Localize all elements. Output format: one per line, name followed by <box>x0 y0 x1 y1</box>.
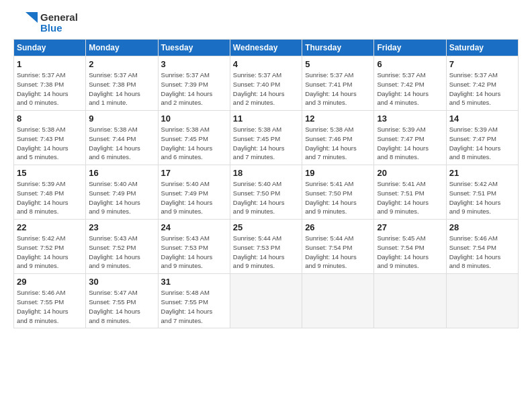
day-info: Sunrise: 5:39 AMSunset: 7:47 PMDaylight:… <box>449 125 515 162</box>
day-info: Sunrise: 5:38 AMSunset: 7:45 PMDaylight:… <box>233 125 299 162</box>
table-row: 5Sunrise: 5:37 AMSunset: 7:41 PMDaylight… <box>302 56 374 111</box>
table-row: 4Sunrise: 5:37 AMSunset: 7:40 PMDaylight… <box>230 56 302 111</box>
calendar-week-3: 22Sunrise: 5:42 AMSunset: 7:52 PMDayligh… <box>14 220 519 274</box>
day-info: Sunrise: 5:44 AMSunset: 7:53 PMDaylight:… <box>233 234 299 271</box>
day-info: Sunrise: 5:41 AMSunset: 7:50 PMDaylight:… <box>305 179 371 216</box>
day-number: 2 <box>89 59 154 69</box>
day-number: 9 <box>89 113 154 124</box>
table-row: 25Sunrise: 5:44 AMSunset: 7:53 PMDayligh… <box>230 220 302 274</box>
table-row <box>230 274 302 328</box>
weekday-header-friday: Friday <box>374 40 446 56</box>
weekday-header-thursday: Thursday <box>302 40 374 56</box>
day-number: 28 <box>449 222 515 232</box>
day-info: Sunrise: 5:44 AMSunset: 7:54 PMDaylight:… <box>305 234 371 271</box>
day-number: 12 <box>305 113 371 124</box>
day-number: 21 <box>449 168 515 178</box>
calendar-table: SundayMondayTuesdayWednesdayThursdayFrid… <box>13 39 519 328</box>
calendar-week-1: 8Sunrise: 5:38 AMSunset: 7:43 PMDaylight… <box>14 111 519 165</box>
day-number: 17 <box>161 168 227 178</box>
table-row: 12Sunrise: 5:38 AMSunset: 7:46 PMDayligh… <box>302 111 374 165</box>
calendar-week-2: 15Sunrise: 5:39 AMSunset: 7:48 PMDayligh… <box>14 165 519 220</box>
day-number: 20 <box>377 168 443 178</box>
logo-icon <box>13 11 38 35</box>
table-row <box>374 274 446 328</box>
table-row: 7Sunrise: 5:37 AMSunset: 7:42 PMDaylight… <box>446 56 518 111</box>
day-info: Sunrise: 5:43 AMSunset: 7:53 PMDaylight:… <box>161 234 227 271</box>
day-info: Sunrise: 5:42 AMSunset: 7:51 PMDaylight:… <box>449 179 515 216</box>
svg-marker-0 <box>26 12 38 23</box>
day-info: Sunrise: 5:48 AMSunset: 7:55 PMDaylight:… <box>161 288 227 325</box>
day-number: 8 <box>17 113 83 124</box>
table-row: 21Sunrise: 5:42 AMSunset: 7:51 PMDayligh… <box>446 165 518 220</box>
day-info: Sunrise: 5:37 AMSunset: 7:42 PMDaylight:… <box>377 71 443 107</box>
day-number: 18 <box>233 168 299 178</box>
day-info: Sunrise: 5:40 AMSunset: 7:49 PMDaylight:… <box>89 179 154 216</box>
day-number: 23 <box>89 222 154 232</box>
table-row: 29Sunrise: 5:46 AMSunset: 7:55 PMDayligh… <box>14 274 86 328</box>
day-number: 30 <box>89 277 154 287</box>
table-row: 16Sunrise: 5:40 AMSunset: 7:49 PMDayligh… <box>86 165 158 220</box>
calendar-week-4: 29Sunrise: 5:46 AMSunset: 7:55 PMDayligh… <box>14 274 519 328</box>
day-info: Sunrise: 5:38 AMSunset: 7:44 PMDaylight:… <box>89 125 154 162</box>
table-row: 28Sunrise: 5:46 AMSunset: 7:54 PMDayligh… <box>446 220 518 274</box>
day-number: 29 <box>17 277 83 287</box>
day-info: Sunrise: 5:40 AMSunset: 7:49 PMDaylight:… <box>161 179 227 216</box>
logo-general: General <box>40 12 78 24</box>
table-row: 30Sunrise: 5:47 AMSunset: 7:55 PMDayligh… <box>86 274 158 328</box>
logo: GeneralBlue <box>13 11 78 35</box>
header-row: SundayMondayTuesdayWednesdayThursdayFrid… <box>14 40 519 56</box>
day-info: Sunrise: 5:37 AMSunset: 7:42 PMDaylight:… <box>449 71 515 107</box>
day-info: Sunrise: 5:46 AMSunset: 7:55 PMDaylight:… <box>17 288 83 325</box>
table-row: 11Sunrise: 5:38 AMSunset: 7:45 PMDayligh… <box>230 111 302 165</box>
day-info: Sunrise: 5:37 AMSunset: 7:39 PMDaylight:… <box>161 71 227 107</box>
calendar-week-0: 1Sunrise: 5:37 AMSunset: 7:38 PMDaylight… <box>14 56 519 111</box>
day-info: Sunrise: 5:47 AMSunset: 7:55 PMDaylight:… <box>89 288 154 325</box>
day-info: Sunrise: 5:37 AMSunset: 7:38 PMDaylight:… <box>17 71 83 107</box>
weekday-header-sunday: Sunday <box>14 40 86 56</box>
day-number: 26 <box>305 222 371 232</box>
day-number: 3 <box>161 59 227 69</box>
table-row: 10Sunrise: 5:38 AMSunset: 7:45 PMDayligh… <box>158 111 230 165</box>
table-row: 15Sunrise: 5:39 AMSunset: 7:48 PMDayligh… <box>14 165 86 220</box>
day-number: 10 <box>161 113 227 124</box>
day-info: Sunrise: 5:37 AMSunset: 7:40 PMDaylight:… <box>233 71 299 107</box>
day-info: Sunrise: 5:39 AMSunset: 7:47 PMDaylight:… <box>377 125 443 162</box>
weekday-header-monday: Monday <box>86 40 158 56</box>
table-row: 17Sunrise: 5:40 AMSunset: 7:49 PMDayligh… <box>158 165 230 220</box>
table-row: 19Sunrise: 5:41 AMSunset: 7:50 PMDayligh… <box>302 165 374 220</box>
weekday-header-saturday: Saturday <box>446 40 518 56</box>
day-number: 1 <box>17 59 83 69</box>
table-row: 31Sunrise: 5:48 AMSunset: 7:55 PMDayligh… <box>158 274 230 328</box>
day-info: Sunrise: 5:38 AMSunset: 7:43 PMDaylight:… <box>17 125 83 162</box>
table-row: 18Sunrise: 5:40 AMSunset: 7:50 PMDayligh… <box>230 165 302 220</box>
day-number: 15 <box>17 168 83 178</box>
table-row: 1Sunrise: 5:37 AMSunset: 7:38 PMDaylight… <box>14 56 86 111</box>
day-info: Sunrise: 5:38 AMSunset: 7:46 PMDaylight:… <box>305 125 371 162</box>
table-row: 9Sunrise: 5:38 AMSunset: 7:44 PMDaylight… <box>86 111 158 165</box>
day-info: Sunrise: 5:43 AMSunset: 7:52 PMDaylight:… <box>89 234 154 271</box>
table-row: 22Sunrise: 5:42 AMSunset: 7:52 PMDayligh… <box>14 220 86 274</box>
day-number: 27 <box>377 222 443 232</box>
table-row <box>446 274 518 328</box>
table-row: 13Sunrise: 5:39 AMSunset: 7:47 PMDayligh… <box>374 111 446 165</box>
day-number: 16 <box>89 168 154 178</box>
weekday-header-wednesday: Wednesday <box>230 40 302 56</box>
day-info: Sunrise: 5:45 AMSunset: 7:54 PMDaylight:… <box>377 234 443 271</box>
day-info: Sunrise: 5:46 AMSunset: 7:54 PMDaylight:… <box>449 234 515 271</box>
weekday-header-tuesday: Tuesday <box>158 40 230 56</box>
day-number: 25 <box>233 222 299 232</box>
table-row: 23Sunrise: 5:43 AMSunset: 7:52 PMDayligh… <box>86 220 158 274</box>
day-info: Sunrise: 5:40 AMSunset: 7:50 PMDaylight:… <box>233 179 299 216</box>
day-info: Sunrise: 5:42 AMSunset: 7:52 PMDaylight:… <box>17 234 83 271</box>
table-row: 26Sunrise: 5:44 AMSunset: 7:54 PMDayligh… <box>302 220 374 274</box>
day-number: 7 <box>449 59 515 69</box>
day-number: 19 <box>305 168 371 178</box>
table-row: 24Sunrise: 5:43 AMSunset: 7:53 PMDayligh… <box>158 220 230 274</box>
day-number: 11 <box>233 113 299 124</box>
table-row: 6Sunrise: 5:37 AMSunset: 7:42 PMDaylight… <box>374 56 446 111</box>
day-info: Sunrise: 5:37 AMSunset: 7:41 PMDaylight:… <box>305 71 371 107</box>
day-number: 22 <box>17 222 83 232</box>
table-row <box>302 274 374 328</box>
table-row: 14Sunrise: 5:39 AMSunset: 7:47 PMDayligh… <box>446 111 518 165</box>
table-row: 8Sunrise: 5:38 AMSunset: 7:43 PMDaylight… <box>14 111 86 165</box>
